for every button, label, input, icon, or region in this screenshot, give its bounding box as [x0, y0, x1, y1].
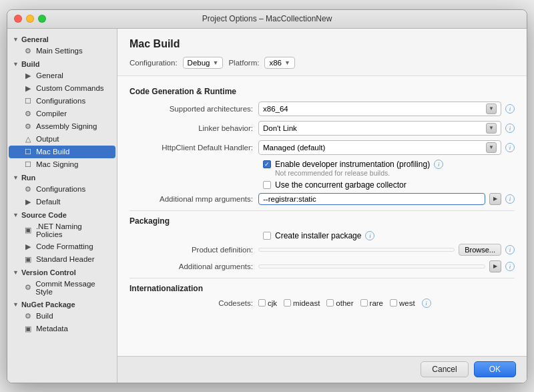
info-icon[interactable]: i — [434, 160, 443, 169]
sidebar-section-source-code[interactable]: ▼ Source Code — [7, 208, 117, 220]
additional-args-row: Additional arguments: ▶ i — [129, 260, 515, 272]
info-icon[interactable]: i — [505, 194, 515, 204]
codeset-other: other — [326, 299, 353, 307]
linker-select[interactable]: Don't Link ▼ — [258, 121, 501, 136]
sidebar-item-custom-commands[interactable]: ▶ Custom Commands — [9, 82, 115, 95]
mac-signing-icon: ☐ — [23, 160, 33, 169]
codeset-mideast-checkbox[interactable] — [284, 299, 291, 307]
naming-icon: ▣ — [23, 226, 33, 234]
info-icon[interactable]: i — [505, 124, 515, 133]
play-icon: ▶ — [23, 84, 33, 93]
main-header: Mac Build Configuration: Debug ▼ Platfor… — [117, 29, 527, 76]
linker-control: Don't Link ▼ i — [258, 121, 515, 136]
info-icon[interactable]: i — [422, 299, 431, 308]
sidebar-section-version-control[interactable]: ▼ Version Control — [7, 266, 117, 278]
titlebar: Project Options – MacCollectionNew — [7, 10, 527, 29]
ok-button[interactable]: OK — [474, 361, 516, 377]
mmp-control: ▶ i — [258, 193, 515, 205]
chevron-down-icon: ▼ — [284, 59, 290, 66]
triangle-icon: ▼ — [13, 212, 19, 218]
info-icon[interactable]: i — [365, 231, 374, 240]
codesets-row: Codesets: cjk mideast other — [129, 299, 515, 308]
platform-dropdown[interactable]: x86 ▼ — [264, 57, 294, 69]
codeset-rare: rare — [360, 299, 383, 307]
select-arrow-icon: ▼ — [486, 142, 497, 153]
product-def-row: Product definition: Browse... i — [129, 244, 515, 256]
minimize-button[interactable] — [26, 15, 34, 23]
mmp-row: Additional mmp arguments: ▶ i — [129, 193, 515, 205]
sidebar-item-mac-build[interactable]: ☐ Mac Build — [9, 146, 115, 158]
sidebar: ▼ General ⚙ Main Settings ▼ Build ▶ Gene… — [7, 29, 117, 383]
triangle-icon: ▼ — [13, 301, 19, 308]
window-title: Project Options – MacCollectionNew — [202, 14, 332, 23]
sidebar-item-mac-signing[interactable]: ☐ Mac Signing — [9, 158, 115, 171]
close-button[interactable] — [14, 15, 22, 23]
cancel-button[interactable]: Cancel — [421, 361, 468, 377]
mmp-input[interactable] — [258, 193, 485, 205]
triangle-icon: ▼ — [13, 269, 19, 276]
codeset-cjk-checkbox[interactable] — [258, 299, 266, 307]
browse-button[interactable]: Browse... — [459, 244, 501, 256]
config-label: Configuration: — [129, 59, 178, 67]
architectures-select[interactable]: x86_64 ▼ — [258, 102, 501, 116]
httpclient-control: Managed (default) ▼ i — [258, 140, 515, 155]
sidebar-item-nuget-metadata[interactable]: ▣ Metadata — [9, 323, 115, 335]
sidebar-item-run-default[interactable]: ▶ Default — [9, 196, 115, 208]
sidebar-item-configurations[interactable]: ☐ Configurations — [9, 95, 115, 108]
sidebar-item-commit-message[interactable]: ⚙ Commit Message Style — [9, 278, 115, 298]
info-icon[interactable]: i — [505, 104, 515, 114]
config-dropdown[interactable]: Debug ▼ — [183, 57, 224, 69]
architectures-row: Supported architectures: x86_64 ▼ i — [129, 102, 515, 116]
main-window: Project Options – MacCollectionNew ▼ Gen… — [7, 9, 527, 383]
linker-label: Linker behavior: — [129, 124, 253, 132]
sidebar-section-general[interactable]: ▼ General — [7, 33, 117, 45]
sidebar-item-code-formatting[interactable]: ▶ Code Formatting — [9, 240, 115, 253]
play-icon: ▶ — [23, 71, 33, 80]
info-icon[interactable]: i — [505, 262, 515, 271]
codeset-mideast: mideast — [284, 299, 320, 307]
platform-label: Platform: — [228, 59, 259, 67]
section-separator — [129, 210, 515, 211]
sidebar-item-build-general[interactable]: ▶ General — [9, 69, 115, 82]
header-icon: ▣ — [23, 255, 33, 264]
sidebar-item-output[interactable]: △ Output — [9, 133, 115, 146]
code-gen-section-title: Code Generation & Runtime — [129, 87, 515, 96]
maximize-button[interactable] — [38, 15, 46, 23]
triangle-icon: ▼ — [13, 61, 19, 67]
httpclient-row: HttpClient Default Handler: Managed (def… — [129, 140, 515, 155]
play-button[interactable]: ▶ — [489, 260, 501, 272]
developer-instrumentation-row: Enable developer instrumentation (profil… — [129, 160, 515, 177]
sidebar-section-run[interactable]: ▼ Run — [7, 171, 117, 183]
play-icon: ▶ — [23, 198, 33, 206]
sidebar-item-compiler[interactable]: ⚙ Compiler — [9, 108, 115, 120]
sidebar-item-net-naming[interactable]: ▣ .NET Naming Policies — [9, 220, 115, 240]
sidebar-item-main-settings[interactable]: ⚙ Main Settings — [9, 45, 115, 57]
sidebar-item-run-configurations[interactable]: ⚙ Configurations — [9, 183, 115, 196]
concurrent-gc-checkbox[interactable] — [263, 181, 271, 189]
codeset-other-checkbox[interactable] — [326, 299, 334, 307]
info-icon[interactable]: i — [505, 245, 515, 254]
info-icon[interactable]: i — [505, 143, 515, 152]
content-area: ▼ General ⚙ Main Settings ▼ Build ▶ Gene… — [7, 29, 527, 383]
sidebar-section-build[interactable]: ▼ Build — [7, 57, 117, 69]
httpclient-select[interactable]: Managed (default) ▼ — [258, 140, 501, 155]
httpclient-label: HttpClient Default Handler: — [129, 144, 253, 152]
additional-args-control: ▶ i — [258, 260, 515, 272]
sidebar-item-nuget-build[interactable]: ⚙ Build — [9, 310, 115, 323]
chevron-down-icon: ▼ — [213, 59, 219, 66]
sidebar-item-assembly-signing[interactable]: ⚙ Assembly Signing — [9, 120, 115, 133]
developer-instrumentation-checkbox[interactable] — [263, 160, 271, 168]
codeset-west-checkbox[interactable] — [390, 299, 397, 307]
create-installer-checkbox[interactable] — [263, 232, 271, 240]
sidebar-item-standard-header[interactable]: ▣ Standard Header — [9, 253, 115, 266]
additional-args-label: Additional arguments: — [129, 262, 253, 270]
formatting-icon: ▶ — [23, 242, 33, 251]
mmp-label: Additional mmp arguments: — [129, 195, 253, 203]
config-icon: ☐ — [23, 97, 33, 106]
codeset-rare-checkbox[interactable] — [360, 299, 368, 307]
codeset-west: west — [390, 299, 415, 307]
sidebar-section-nuget[interactable]: ▼ NuGet Package — [7, 298, 117, 310]
play-button[interactable]: ▶ — [489, 193, 501, 205]
footer: Cancel OK — [117, 356, 527, 383]
settings-icon: ⚙ — [23, 47, 33, 55]
